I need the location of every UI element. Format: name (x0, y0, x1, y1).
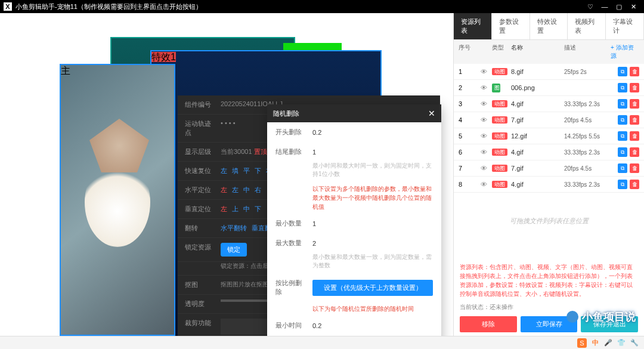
add-resource-button[interactable]: + 添加资源 (611, 44, 639, 60)
visibility-icon[interactable]: 👁 (475, 116, 492, 123)
head-del-input[interactable]: 0.2 (312, 129, 433, 136)
row-name: 8.gif (511, 68, 564, 75)
row-name: 006.png (511, 84, 564, 91)
prop-hpos-label: 水平定位 (185, 186, 213, 194)
row-index: 7 (459, 165, 475, 172)
row-info: 14.25fps 5.5s (564, 133, 611, 140)
max-count-input[interactable]: 2 (312, 240, 433, 247)
row-index: 1 (459, 68, 475, 75)
copy-icon[interactable]: ⧉ (618, 163, 627, 173)
tab-videos[interactable]: 视频列表 (568, 13, 606, 39)
prop-mask-label: 抠图 (185, 280, 213, 289)
table-row[interactable]: 7👁动图7.gif20fps 4.5s⧉🗑 (454, 160, 644, 177)
copy-icon[interactable]: ⧉ (618, 147, 627, 157)
table-row[interactable]: 8👁动图4.gif33.33fps 2.3s⧉🗑 (454, 177, 644, 193)
copy-icon[interactable]: ⧉ (618, 83, 627, 92)
row-index: 4 (459, 116, 475, 123)
delete-icon[interactable]: 🗑 (630, 99, 639, 109)
stack-top-button[interactable]: 置顶 (254, 148, 267, 155)
tab-fx[interactable]: 特效设置 (530, 13, 568, 39)
canvas-area[interactable]: 特效1 主 组件编号20220524011IOALLJ 运动轨迹点• • • •… (0, 13, 453, 336)
table-row[interactable]: 6👁动图4.gif33.33fps 2.3s⧉🗑 (454, 144, 644, 160)
layer-tag-fx: 特效1 (151, 52, 176, 62)
ime-s-icon[interactable]: S (577, 338, 587, 348)
sidebar-tabs: 资源列表 参数设置 特效设置 视频列表 字幕设计 (454, 13, 644, 40)
tab-resources[interactable]: 资源列表 (454, 13, 492, 39)
prop-crop-label: 裁剪功能 (185, 319, 213, 328)
copy-icon[interactable]: ⧉ (618, 115, 627, 125)
visibility-icon[interactable]: 👁 (475, 165, 492, 172)
help-text: 资源列表：包含图片、动图、视频、文字（图片、动图、视频可直接拖拽到列表上，文件点… (454, 259, 644, 302)
visibility-icon[interactable]: 👁 (475, 68, 492, 75)
ratio-set-button[interactable]: 设置（优先级大于上方数量设置） (312, 280, 433, 296)
visibility-icon[interactable]: 👁 (475, 132, 492, 140)
row-info: 20fps 4.5s (564, 165, 611, 172)
random-delete-modal: 随机删除✕ 开头删除0.2 结尾删除1 最小时间和最大时间一致，则为固定时间，支… (267, 104, 441, 336)
delete-icon[interactable]: 🗑 (630, 147, 639, 157)
min-time-input[interactable]: 0.2 (312, 322, 433, 329)
row-index: 3 (459, 100, 475, 107)
help-icon[interactable]: ♡ (583, 3, 597, 11)
row-name: 4.gif (511, 100, 564, 107)
table-row[interactable]: 4👁动图7.gif20fps 4.5s⧉🗑 (454, 112, 644, 128)
row-name: 4.gif (511, 181, 564, 188)
app-logo-icon: X (4, 2, 12, 11)
delete-icon[interactable]: 🗑 (630, 83, 639, 92)
layer-tag-main: 主 (61, 66, 70, 76)
tail-del-input[interactable]: 1 (312, 149, 433, 156)
prop-reset-label: 快速复位 (185, 166, 213, 175)
row-info: 33.33fps 2.3s (564, 149, 611, 156)
close-button[interactable]: ✕ (626, 3, 640, 11)
copy-icon[interactable]: ⧉ (618, 67, 627, 76)
remove-button[interactable]: 移除 (460, 316, 517, 332)
row-index: 8 (459, 181, 475, 188)
save-button[interactable]: 立即保存 (521, 316, 578, 332)
table-row[interactable]: 2👁图006.png⧉🗑 (454, 80, 644, 96)
min-count-input[interactable]: 1 (312, 220, 433, 227)
hands-heart (89, 119, 149, 172)
delete-icon[interactable]: 🗑 (630, 163, 639, 173)
ime-skin-icon[interactable]: 👕 (617, 338, 626, 348)
delete-icon[interactable]: 🗑 (630, 115, 639, 125)
table-row[interactable]: 1👁动图8.gif25fps 2s⧉🗑 (454, 64, 644, 80)
window-title: 小鱼剪辑助手-宠物11（制作视频需要回到主界面点击开始按钮） (16, 2, 202, 11)
copy-icon[interactable]: ⧉ (618, 131, 627, 141)
prop-flip-label: 翻转 (185, 224, 213, 233)
modal-title: 随机删除 (273, 109, 299, 118)
visibility-icon[interactable]: 👁 (475, 84, 492, 91)
ime-bar: S 中 🎤 👕 🔧 (0, 336, 644, 349)
visibility-icon[interactable]: 👁 (475, 181, 492, 188)
ime-mic-icon[interactable]: 🎤 (603, 338, 613, 348)
status-text: 当前状态：还未操作 (454, 302, 644, 313)
prop-stack-label: 显示层级 (185, 147, 213, 156)
tab-subs[interactable]: 字幕设计 (606, 13, 644, 39)
row-name: 7.gif (511, 165, 564, 172)
layer-water[interactable]: 主 (60, 64, 175, 336)
prop-vpos-label: 垂直定位 (185, 205, 213, 214)
prop-alpha-label: 透明度 (185, 299, 213, 308)
copy-icon[interactable]: ⧉ (618, 180, 627, 189)
ime-cn-icon[interactable]: 中 (590, 338, 600, 348)
visibility-icon[interactable]: 👁 (475, 149, 492, 156)
ime-tool-icon[interactable]: 🔧 (630, 338, 639, 348)
table-row[interactable]: 5👁动图12.gif14.25fps 5.5s⧉🗑 (454, 128, 644, 144)
maximize-button[interactable]: ▢ (612, 3, 626, 11)
table-row[interactable]: 3👁动图4.gif33.33fps 2.3s⧉🗑 (454, 96, 644, 112)
delete-icon[interactable]: 🗑 (630, 180, 639, 189)
lock-button[interactable]: 锁定 (221, 243, 247, 257)
row-name: 12.gif (511, 132, 564, 140)
minimize-button[interactable]: — (597, 3, 612, 10)
prop-id-label: 组件编号 (185, 100, 213, 109)
row-index: 5 (459, 132, 475, 140)
visibility-icon[interactable]: 👁 (475, 100, 492, 107)
reset-opt[interactable]: 左 (221, 167, 227, 174)
modal-close-icon[interactable]: ✕ (428, 109, 435, 118)
save-exit-button[interactable]: 保存并退出 (581, 316, 638, 332)
tab-params[interactable]: 参数设置 (492, 13, 530, 39)
row-index: 2 (459, 84, 475, 91)
delete-icon[interactable]: 🗑 (630, 131, 639, 141)
row-name: 7.gif (511, 116, 564, 123)
copy-icon[interactable]: ⧉ (618, 99, 627, 109)
row-name: 4.gif (511, 149, 564, 156)
delete-icon[interactable]: 🗑 (630, 67, 639, 76)
